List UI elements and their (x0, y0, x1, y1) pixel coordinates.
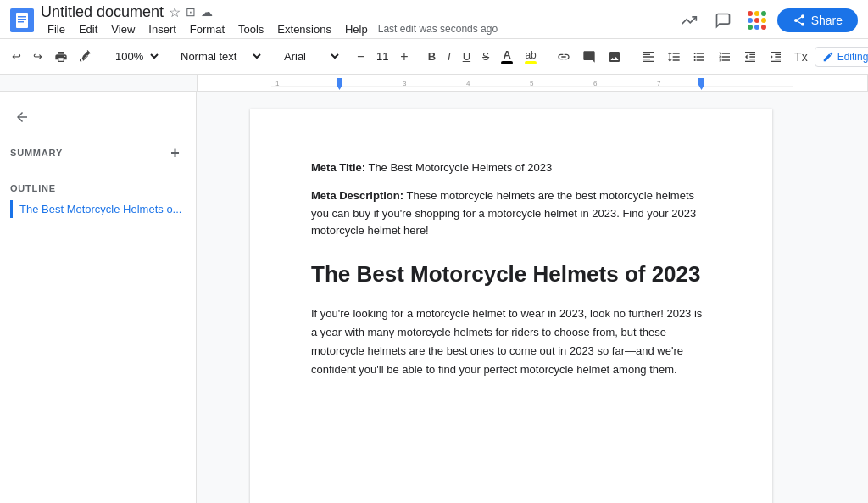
outline-section: OUTLINE The Best Motorcycle Helmets o... (0, 180, 196, 221)
underline-icon: U (463, 50, 470, 63)
svg-rect-3 (18, 19, 26, 20)
share-label: Share (811, 14, 843, 27)
svg-rect-2 (18, 16, 26, 18)
meta-title-text: The Best Motorcycle Helmets of 2023 (365, 161, 552, 174)
sidebar: SUMMARY + OUTLINE The Best Motorcycle He… (0, 92, 197, 503)
meta-desc-label: Meta Description: (311, 189, 403, 202)
menu-help[interactable]: Help (338, 21, 375, 37)
meta-title-label: Meta Title: (311, 161, 365, 174)
font-size-input[interactable] (370, 50, 394, 63)
document-title[interactable]: Untitled document (41, 3, 164, 21)
toolbar: ↩ ↪ 100% Normal text Arial − + B I U S (0, 39, 868, 75)
bold-icon: B (428, 50, 436, 63)
align-button[interactable] (637, 47, 660, 67)
star-icon[interactable]: ☆ (169, 4, 181, 20)
document-page: Meta Title: The Best Motorcycle Helmets … (250, 109, 772, 503)
sidebar-header (0, 102, 196, 136)
summary-title: SUMMARY + (10, 143, 186, 163)
font-size-decrease-button[interactable]: − (353, 48, 369, 66)
svg-text:7: 7 (657, 80, 661, 87)
document-body[interactable]: If you're looking for a motorcycle helme… (311, 305, 711, 379)
print-button[interactable] (49, 47, 73, 67)
google-apps-icon[interactable] (743, 7, 771, 34)
italic-icon: I (448, 50, 451, 63)
menu-bar: File Edit View Insert Format Tools Exten… (41, 21, 676, 37)
underline-button[interactable]: U (458, 47, 476, 66)
menu-view[interactable]: View (104, 21, 142, 37)
svg-marker-14 (698, 78, 704, 90)
redo-button[interactable]: ↪ (28, 47, 47, 66)
svg-text:5: 5 (530, 80, 534, 87)
strikethrough-icon: S (482, 51, 489, 63)
header-actions: Share (676, 7, 858, 34)
last-edit-status: Last edit was seconds ago (378, 23, 498, 35)
svg-text:4: 4 (466, 80, 470, 87)
indent-decrease-button[interactable] (738, 47, 762, 67)
italic-button[interactable]: I (442, 47, 456, 66)
menu-file[interactable]: File (41, 21, 72, 37)
ruler: 1 2 3 4 5 6 7 (0, 75, 868, 92)
menu-edit[interactable]: Edit (72, 21, 104, 37)
svg-text:3: 3 (403, 80, 407, 87)
share-button[interactable]: Share (777, 8, 858, 32)
highlight-icon: ab (525, 49, 536, 61)
checklist-button[interactable] (687, 47, 711, 67)
svg-text:6: 6 (593, 80, 598, 87)
summary-add-button[interactable]: + (165, 143, 186, 163)
docs-icon (10, 8, 34, 32)
font-selector[interactable]: Arial (275, 47, 342, 66)
clear-formatting-button[interactable]: Tx (789, 47, 813, 67)
svg-marker-13 (337, 78, 342, 90)
font-size-increase-button[interactable]: + (396, 48, 412, 66)
main-area: SUMMARY + OUTLINE The Best Motorcycle He… (0, 92, 868, 503)
zoom-selector[interactable]: 100% (108, 48, 161, 65)
insert-image-button[interactable] (603, 47, 626, 67)
strikethrough-button[interactable]: S (477, 48, 494, 66)
meta-title-line: Meta Title: The Best Motorcycle Helmets … (311, 159, 711, 177)
ruler-inner: 1 2 3 4 5 6 7 (197, 75, 868, 91)
comments-icon[interactable] (709, 7, 737, 34)
svg-rect-1 (16, 13, 28, 28)
outline-title: OUTLINE (10, 183, 186, 193)
insert-comment-button[interactable] (577, 47, 601, 67)
sidebar-back-button[interactable] (10, 105, 34, 129)
menu-tools[interactable]: Tools (231, 21, 270, 37)
svg-text:1: 1 (275, 80, 280, 87)
highlight-indicator (525, 61, 537, 64)
text-color-indicator (501, 61, 513, 64)
editing-mode-label: Editing (837, 51, 868, 63)
menu-format[interactable]: Format (183, 21, 231, 37)
title-bar: Untitled document ☆ ⊡ ☁ File Edit View I… (0, 0, 868, 39)
right-margin (826, 92, 868, 503)
cloud-icon[interactable]: ☁ (201, 5, 213, 19)
indent-increase-button[interactable] (764, 47, 787, 67)
editing-mode-button[interactable]: Editing (815, 47, 868, 67)
summary-section: SUMMARY + (0, 139, 196, 173)
undo-button[interactable]: ↩ (7, 47, 26, 66)
style-selector[interactable]: Normal text (171, 47, 264, 66)
numbered-list-button[interactable] (713, 47, 737, 67)
text-color-icon: A (503, 48, 510, 61)
text-color-button[interactable]: A (496, 45, 518, 68)
link-button[interactable] (552, 47, 576, 67)
menu-insert[interactable]: Insert (142, 21, 183, 37)
doc-title-area: Untitled document ☆ ⊡ ☁ File Edit View I… (41, 3, 676, 37)
meta-description-line: Meta Description: These motorcycle helme… (311, 187, 711, 240)
paint-format-button[interactable] (75, 47, 98, 67)
bold-button[interactable]: B (423, 47, 441, 66)
document-heading[interactable]: The Best Motorcycle Helmets of 2023 (311, 260, 711, 289)
svg-rect-4 (18, 21, 24, 23)
highlight-button[interactable]: ab (520, 46, 542, 68)
menu-extensions[interactable]: Extensions (270, 21, 338, 37)
outline-item[interactable]: The Best Motorcycle Helmets o... (10, 200, 186, 218)
line-spacing-button[interactable] (662, 47, 686, 67)
document-scroll-area[interactable]: Meta Title: The Best Motorcycle Helmets … (197, 92, 826, 503)
move-icon[interactable]: ⊡ (186, 5, 196, 19)
activity-icon[interactable] (676, 7, 703, 34)
